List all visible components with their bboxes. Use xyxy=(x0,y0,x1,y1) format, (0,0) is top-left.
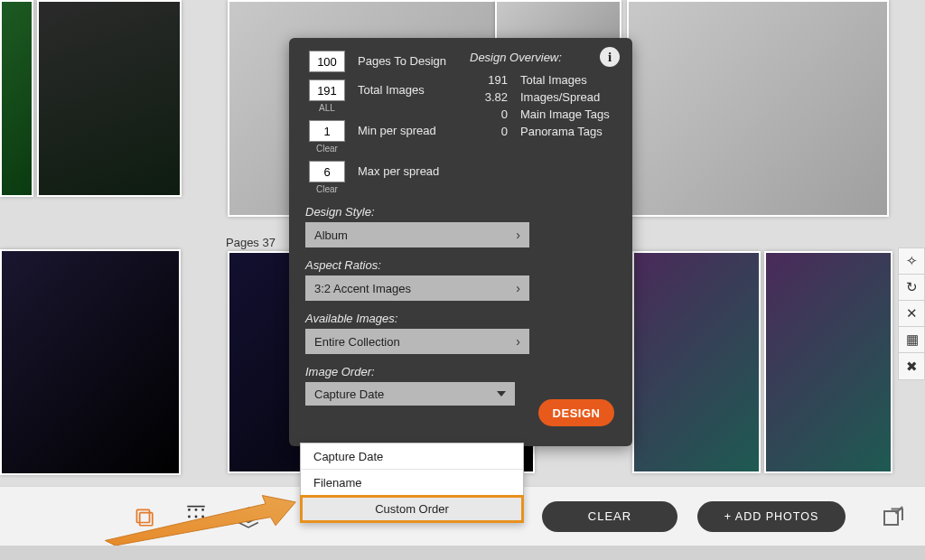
aspect-ratios-label: Aspect Ratios: xyxy=(305,258,616,272)
svg-line-14 xyxy=(896,507,903,514)
add-photos-button[interactable]: + ADD PHOTOS xyxy=(697,501,846,532)
svg-point-3 xyxy=(195,509,198,511)
footer-bar xyxy=(0,546,925,560)
pages-to-design-input[interactable]: 100 xyxy=(309,51,345,72)
aspect-ratios-value: 3:2 Accent Images xyxy=(314,282,411,295)
thumbnail[interactable] xyxy=(37,0,182,197)
svg-point-4 xyxy=(201,509,204,511)
image-order-option-filename[interactable]: Filename xyxy=(301,470,523,496)
min-per-spread-clear-link[interactable]: Clear xyxy=(316,144,338,154)
pages-to-design-label: Pages To Design xyxy=(358,51,446,72)
min-per-spread-input[interactable]: 1 xyxy=(309,120,345,142)
total-images-label: Total Images xyxy=(358,79,425,101)
image-order-dropdown: Capture Date Filename Custom Order xyxy=(300,443,524,523)
ov-main-tags-text: Main Image Tags xyxy=(520,107,610,121)
design-overview-title: Design Overview: xyxy=(470,51,614,64)
caret-down-icon xyxy=(497,391,506,397)
layers-icon[interactable] xyxy=(235,503,262,530)
image-order-option-capture-date[interactable]: Capture Date xyxy=(301,443,523,470)
tool-align-icon[interactable]: ✧ xyxy=(899,248,925,275)
max-per-spread-input[interactable]: 6 xyxy=(309,161,345,182)
image-order-value: Capture Date xyxy=(314,387,384,401)
ov-total-images-text: Total Images xyxy=(520,73,587,87)
clear-button[interactable]: CLEAR xyxy=(542,501,677,532)
grid-dots-icon[interactable] xyxy=(182,503,210,530)
design-style-select[interactable]: Album › xyxy=(305,222,529,247)
max-per-spread-clear-link[interactable]: Clear xyxy=(316,184,338,194)
clear-button-label: CLEAR xyxy=(588,509,631,523)
right-tool-strip: ✧ ↻ ✕ ▦ ✖ xyxy=(898,247,925,380)
ov-images-spread-num: 3.82 xyxy=(470,90,508,104)
svg-point-6 xyxy=(195,515,198,518)
svg-point-8 xyxy=(188,522,191,525)
thumbnail[interactable] xyxy=(627,0,889,217)
tool-rotate-icon[interactable]: ↻ xyxy=(899,275,925,301)
chevron-right-icon: › xyxy=(516,281,520,295)
ov-total-images-num: 191 xyxy=(470,73,508,87)
add-photos-button-label: + ADD PHOTOS xyxy=(724,510,819,523)
ov-main-tags-num: 0 xyxy=(470,107,508,121)
available-images-value: Entire Collection xyxy=(314,335,400,349)
available-images-select[interactable]: Entire Collection › xyxy=(305,329,529,354)
pages-label: Pages 37 xyxy=(226,236,276,249)
thumbnail[interactable] xyxy=(764,251,892,473)
svg-point-2 xyxy=(188,509,191,511)
ov-images-spread-text: Images/Spread xyxy=(520,90,600,104)
chevron-right-icon: › xyxy=(516,334,520,349)
ov-panorama-text: Panorama Tags xyxy=(520,125,603,138)
total-images-input[interactable]: 191 xyxy=(309,79,345,101)
aspect-ratios-select[interactable]: 3:2 Accent Images › xyxy=(305,275,529,301)
chevron-right-icon: › xyxy=(516,228,520,242)
image-order-label: Image Order: xyxy=(305,365,616,378)
min-per-spread-label: Min per spread xyxy=(358,120,436,142)
svg-marker-12 xyxy=(238,508,258,518)
tool-shuffle-icon[interactable]: ✕ xyxy=(899,301,925,327)
design-style-value: Album xyxy=(314,229,348,242)
svg-point-10 xyxy=(201,522,204,525)
photos-stack-icon[interactable] xyxy=(130,503,157,530)
design-popover: i 100 Pages To Design 191 ALL Total Imag… xyxy=(289,38,632,446)
app-canvas: Pages 37 ✧ ↻ ✕ ▦ ✖ i 100 Pages To Design… xyxy=(0,0,925,560)
max-per-spread-label: Max per spread xyxy=(358,161,439,182)
design-style-label: Design Style: xyxy=(305,205,616,219)
expand-icon[interactable] xyxy=(880,502,909,531)
ov-panorama-num: 0 xyxy=(470,125,508,138)
image-order-select[interactable]: Capture Date xyxy=(305,382,515,406)
tool-close-icon[interactable]: ✖ xyxy=(899,353,925,379)
image-order-option-custom-order[interactable]: Custom Order xyxy=(301,496,523,522)
total-images-all-link[interactable]: ALL xyxy=(319,103,335,113)
design-button[interactable]: DESIGN xyxy=(538,399,614,426)
svg-point-9 xyxy=(195,522,198,525)
thumbnail[interactable] xyxy=(632,251,761,473)
design-overview: Design Overview: 191Total Images 3.82Ima… xyxy=(470,51,614,142)
thumbnail[interactable] xyxy=(0,249,181,475)
available-images-label: Available Images: xyxy=(305,312,616,325)
svg-point-7 xyxy=(201,515,204,518)
design-button-label: DESIGN xyxy=(553,406,601,420)
thumbnail[interactable] xyxy=(495,0,621,40)
svg-point-5 xyxy=(188,515,191,518)
svg-rect-0 xyxy=(136,509,149,522)
thumbnail[interactable] xyxy=(0,0,33,197)
tool-grid-icon[interactable]: ▦ xyxy=(899,327,925,353)
svg-rect-1 xyxy=(140,512,153,525)
